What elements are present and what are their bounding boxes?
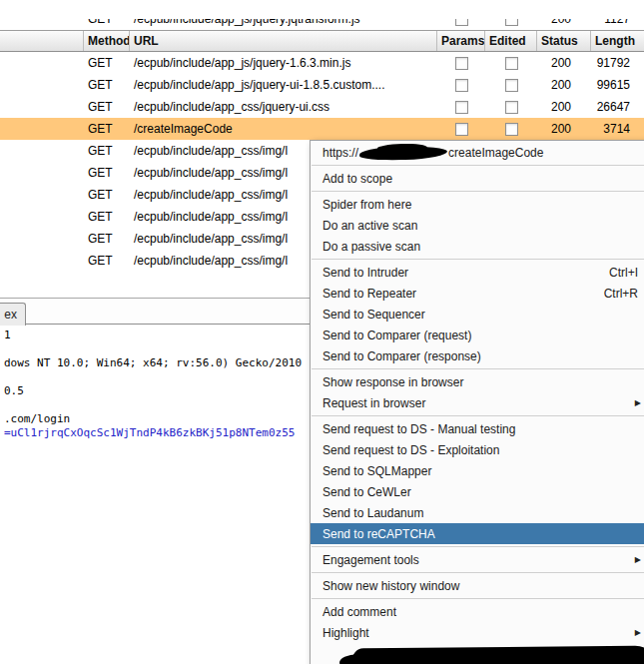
edited-checkbox[interactable] <box>505 79 518 92</box>
submenu-arrow-icon: ▶ <box>635 622 641 643</box>
params-checkbox[interactable] <box>455 57 468 70</box>
menu-item-send-to-comparer-response[interactable]: Send to Comparer (response) <box>311 345 644 366</box>
menu-item-send-to-repeater[interactable]: Send to RepeaterCtrl+R <box>311 283 644 304</box>
menu-item-show-response-in-browser[interactable]: Show response in browser <box>311 371 644 392</box>
cell-url: /ecpub/include/app_js/jquery-ui-1.8.5.cu… <box>130 78 437 92</box>
edited-checkbox[interactable] <box>505 57 518 70</box>
cell-method: GET <box>84 254 130 268</box>
cell-length: 26647 <box>591 100 644 114</box>
cell-method: GET <box>84 232 130 246</box>
column-header-blank[interactable] <box>0 31 84 51</box>
table-row[interactable]: GET /ecpub/include/app_css/jquery-ui.css… <box>0 96 644 118</box>
edited-checkbox[interactable] <box>505 19 518 26</box>
cell-url: /createImageCode <box>130 122 437 136</box>
menu-item-send-to-sqlmapper[interactable]: Send to SQLMapper <box>311 460 644 481</box>
menu-item-label: Send to Comparer (response) <box>322 349 481 363</box>
edited-checkbox[interactable] <box>505 123 518 136</box>
params-checkbox[interactable] <box>455 79 468 92</box>
table-row[interactable]: GET /ecpub/include/app_js/jquery-ui-1.8.… <box>0 74 644 96</box>
menu-separator <box>312 415 644 416</box>
menu-item-label: Send request to DS - Manual testing <box>322 422 515 436</box>
menu-item-show-new-history-window[interactable]: Show new history window <box>311 575 644 596</box>
tab-hex[interactable]: ex <box>0 303 26 326</box>
cell-method: GET <box>84 100 130 114</box>
menu-item-request-url[interactable]: https://createImageCode <box>311 143 644 163</box>
column-header-url[interactable]: URL <box>130 31 437 51</box>
cell-method: GET <box>84 188 130 202</box>
menu-item-label: Highlight <box>322 626 369 640</box>
cell-status: 200 <box>537 122 591 136</box>
menu-item-label: Send to Sequencer <box>322 308 425 322</box>
menu-item-label: Do an active scan <box>322 219 417 233</box>
request-url-suffix: createImageCode <box>448 146 543 160</box>
menu-item-send-to-laudanum[interactable]: Send to Laudanum <box>311 502 644 523</box>
menu-item-send-to-cewler[interactable]: Send to CeWLer <box>311 481 644 502</box>
menu-item-add-to-scope[interactable]: Add to scope <box>311 168 644 189</box>
cell-params <box>437 19 485 26</box>
params-checkbox[interactable] <box>455 19 468 26</box>
menu-item-send-request-ds-exploitation[interactable]: Send request to DS - Exploitation <box>311 439 644 460</box>
cell-length: 1127 <box>591 19 644 26</box>
cell-method: GET <box>84 56 130 70</box>
submenu-arrow-icon: ▶ <box>635 392 641 413</box>
menu-item-do-passive-scan[interactable]: Do a passive scan <box>311 236 644 257</box>
partial-top-row-clip: GET /ecpub/include/app_js/jquery.jqtrans… <box>0 19 644 30</box>
menu-item-label: Show response in browser <box>322 375 463 389</box>
request-url-prefix: https:// <box>322 146 358 160</box>
menu-item-label: Send to CeWLer <box>322 485 411 499</box>
cell-status: 200 <box>537 100 591 114</box>
cell-url: /ecpub/include/app_css/jquery-ui.css <box>130 100 437 114</box>
menu-item-label: Add to scope <box>322 172 392 186</box>
menu-item-send-to-comparer-request[interactable]: Send to Comparer (request) <box>311 325 644 345</box>
cell-method: GET <box>84 78 130 92</box>
cell-url: /ecpub/include/app_js/jquery.jqtransform… <box>130 19 437 26</box>
menu-item-add-comment[interactable]: Add comment <box>311 601 644 622</box>
table-row-selected[interactable]: GET /createImageCode 200 3714 <box>0 118 644 140</box>
menu-separator <box>312 191 644 192</box>
menu-separator <box>312 572 644 573</box>
menu-item-label: Send to Repeater <box>322 287 416 301</box>
cell-status: 200 <box>537 78 591 92</box>
column-header-length[interactable]: Length <box>591 31 644 51</box>
table-row[interactable]: GET /ecpub/include/app_js/jquery.jqtrans… <box>0 19 644 30</box>
menu-item-label: Send to reCAPTCHA <box>322 527 435 541</box>
menu-item-request-in-browser[interactable]: Request in browser▶ <box>311 392 644 413</box>
cell-url: /ecpub/include/app_js/jquery-1.6.3.min.j… <box>130 56 437 70</box>
menu-item-label: Show new history window <box>322 579 459 593</box>
table-row[interactable]: GET /ecpub/include/app_js/jquery-1.6.3.m… <box>0 52 644 74</box>
submenu-arrow-icon: ▶ <box>635 549 641 570</box>
menu-item-label: Send to SQLMapper <box>322 464 431 478</box>
table-header: Method URL Params Edited Status Length <box>0 30 644 52</box>
menu-item-send-to-recaptcha[interactable]: Send to reCAPTCHA <box>311 523 644 544</box>
menu-item-label: Send to Comparer (request) <box>322 329 471 342</box>
menu-item-spider-from-here[interactable]: Spider from here <box>311 194 644 215</box>
menu-item-label: Send to Intruder <box>322 266 408 280</box>
menu-item-engagement-tools[interactable]: Engagement tools▶ <box>311 549 644 570</box>
menu-item-shortcut: Ctrl+R <box>604 287 638 301</box>
column-header-status[interactable]: Status <box>537 31 591 51</box>
column-header-params[interactable]: Params <box>437 31 485 51</box>
cell-method: GET <box>84 166 130 180</box>
menu-separator <box>312 368 644 369</box>
menu-item-do-active-scan[interactable]: Do an active scan <box>311 215 644 236</box>
redaction-scribble <box>351 646 644 664</box>
cell-edited <box>485 19 537 26</box>
edited-checkbox[interactable] <box>505 101 518 114</box>
params-checkbox[interactable] <box>455 123 468 136</box>
column-header-edited[interactable]: Edited <box>485 31 537 51</box>
cell-method: GET <box>84 122 130 136</box>
menu-item-label: Send request to DS - Exploitation <box>322 443 499 457</box>
column-header-method[interactable]: Method <box>84 31 130 51</box>
cell-length: 99615 <box>591 78 644 92</box>
menu-item-send-to-sequencer[interactable]: Send to Sequencer <box>311 304 644 325</box>
menu-item-label: Request in browser <box>322 396 425 410</box>
cell-length: 91792 <box>591 56 644 70</box>
cell-status: 200 <box>537 56 591 70</box>
cell-method: GET <box>84 144 130 158</box>
cell-method: GET <box>84 210 130 224</box>
menu-item-label: Engagement tools <box>322 553 419 567</box>
menu-item-highlight[interactable]: Highlight▶ <box>311 622 644 643</box>
menu-item-send-request-ds-manual[interactable]: Send request to DS - Manual testing <box>311 418 644 439</box>
params-checkbox[interactable] <box>455 101 468 114</box>
menu-item-send-to-intruder[interactable]: Send to IntruderCtrl+I <box>311 262 644 283</box>
